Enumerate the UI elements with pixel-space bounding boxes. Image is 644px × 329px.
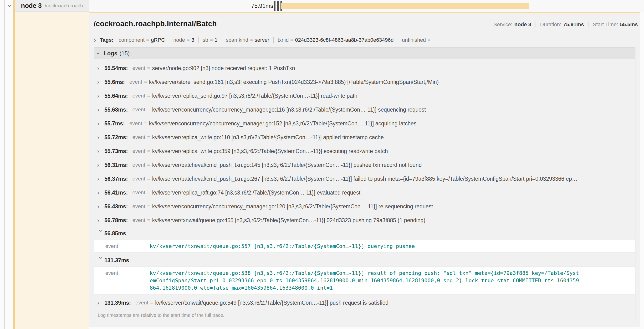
equals-sign: =	[147, 148, 150, 154]
log-row[interactable]: › 56.43ms: event = kv/kvserver/concurren…	[94, 200, 635, 213]
log-entry-expanded: › 56.85ms event kv/kvserver/txnwait/queu…	[94, 227, 635, 253]
tag-value: 024d3323-6c8f-4863-aa8b-37ab0e63496d	[295, 37, 394, 43]
logs-footer-note: Log timestamps are relative to the start…	[94, 310, 635, 322]
log-row[interactable]: › 56.41ms: event = kv/kvserver/replica_r…	[94, 186, 635, 200]
logs-count: (15)	[120, 50, 130, 57]
tag-key: unfinished	[402, 37, 426, 43]
chevron-right-icon: ›	[97, 162, 104, 168]
meta-label: Service:	[493, 22, 512, 28]
log-row[interactable]: › 55.54ms: event = server/node.go:902 [n…	[94, 61, 635, 75]
log-timestamp: 131.37ms	[104, 257, 129, 264]
span-duration-label: 75.91ms	[251, 2, 273, 9]
log-row-expanded-header[interactable]: › 131.37ms	[94, 254, 635, 266]
equals-sign: =	[144, 79, 147, 85]
tag-value: gRPC	[151, 37, 165, 43]
logs-header[interactable]: › Logs (15)	[94, 48, 636, 59]
equals-sign: =	[147, 176, 150, 182]
log-tick	[276, 1, 276, 11]
tags-row[interactable]: › Tags: component = gRPC node = 3 sb = 1…	[89, 33, 640, 47]
log-message: kv/kvserver/concurrency/concurrency_mana…	[152, 203, 633, 210]
chevron-right-icon: ›	[97, 190, 104, 196]
log-message: kv/kvserver/txnwait/queue.go:549 [n3,s3,…	[155, 300, 633, 306]
log-field-name: event	[130, 79, 142, 85]
log-rows: › 55.54ms: event = server/node.go:902 [n…	[94, 61, 635, 310]
equals-sign: =	[150, 300, 153, 306]
log-row[interactable]: › 56.78ms: event = kv/kvserver/txnwait/q…	[94, 213, 635, 227]
log-row[interactable]: › 56.31ms: event = kv/kvserver/batcheval…	[94, 158, 635, 172]
log-timestamp: 56.41ms:	[104, 190, 128, 196]
log-row[interactable]: › 55.7ms: event = kv/kvserver/concurrenc…	[94, 116, 635, 130]
trace-detail-page: › node 3 /cockroach.roach… 75.91ms /cock…	[0, 0, 644, 329]
log-field-name: event	[132, 176, 145, 182]
log-timestamp: 56.85ms	[104, 230, 126, 237]
tag-item: node = 3	[165, 37, 194, 43]
equals-sign: =	[147, 106, 150, 113]
span-title: /cockroach.roachpb.Internal/Batch	[94, 20, 217, 28]
chevron-right-icon: ›	[97, 176, 104, 182]
chevron-right-icon: ›	[97, 79, 104, 85]
log-row[interactable]: › 56.37ms: event = kv/kvserver/batcheval…	[94, 172, 635, 186]
tag-item: span.kind = server	[218, 37, 269, 43]
log-row[interactable]: › 55.72ms: event = kv/kvserver/replica_w…	[94, 130, 635, 144]
tag-item: txnid = 024d3323-6c8f-4863-aa8b-37ab0e63…	[269, 37, 394, 43]
log-row[interactable]: › 55.73ms: event = kv/kvserver/replica_w…	[94, 144, 635, 158]
log-message: server/node.go:902 [n3] node received re…	[152, 65, 633, 72]
chevron-right-icon: ›	[97, 148, 104, 154]
tags-label: Tags:	[100, 37, 114, 43]
logs-list: › 55.54ms: event = server/node.go:902 [n…	[94, 59, 636, 322]
span-operation-name: /cockroach.roach…	[45, 3, 88, 8]
tag-key: node	[173, 37, 185, 43]
log-timestamp: 55.68ms:	[104, 106, 128, 113]
log-row-expanded-header[interactable]: › 56.85ms	[94, 227, 635, 240]
equals-sign: =	[144, 120, 147, 126]
tag-value: 1	[214, 37, 217, 43]
meta-label: Start Time:	[593, 22, 618, 28]
timeline-header: 75.91ms	[89, 0, 644, 12]
chevron-right-icon: ›	[97, 218, 104, 224]
tag-value: 3	[192, 37, 194, 43]
span-name-column-highlight	[15, 12, 89, 329]
log-event-value: kv/kvserver/txnwait/queue.go:557 [n3,s3,…	[150, 242, 415, 250]
log-row[interactable]: › 131.39ms: event = kv/kvserver/txnwait/…	[94, 296, 635, 310]
equals-sign: =	[147, 162, 150, 168]
tag-key: component	[119, 37, 145, 43]
log-tick	[277, 1, 278, 11]
log-row[interactable]: › 55.64ms: event = kv/kvserver/replica_s…	[94, 89, 635, 103]
chevron-right-icon: ›	[97, 121, 104, 126]
equals-sign: =	[147, 93, 150, 99]
log-message: kv/kvserver/concurrency/concurrency_mana…	[152, 106, 633, 113]
chevron-down-icon: ›	[98, 257, 104, 264]
equals-sign: =	[428, 37, 431, 43]
equals-sign: =	[147, 65, 150, 71]
log-field-name: event	[132, 203, 145, 210]
equals-sign: =	[147, 217, 150, 224]
log-tick-end	[529, 1, 529, 11]
log-message: kv/kvserver/replica_write.go:110 [n3,s3,…	[152, 134, 633, 141]
log-message: kv/kvserver/txnwait/queue.go:455 [n3,s3,…	[152, 217, 633, 224]
equals-sign: =	[147, 203, 150, 210]
log-message: kv/kvserver/concurrency/concurrency_mana…	[149, 120, 633, 127]
log-timestamp: 56.37ms:	[104, 176, 128, 182]
chevron-right-icon: ›	[97, 134, 104, 140]
timeline-gridline	[228, 0, 228, 12]
log-event-card: event kv/kvserver/txnwait/queue.go:538 […	[94, 266, 635, 294]
log-row[interactable]: › 55.68ms: event = kv/kvserver/concurren…	[94, 103, 635, 116]
log-entry-expanded: › 131.37ms event kv/kvserver/txnwait/que…	[94, 254, 635, 294]
span-duration-bar[interactable]	[281, 3, 529, 9]
log-row[interactable]: › 55.6ms: event = kv/kvserver/store_send…	[94, 75, 635, 89]
tag-key: txnid	[278, 37, 289, 43]
chevron-down-icon: ›	[96, 52, 101, 54]
equals-sign: =	[147, 134, 150, 140]
log-field-name: event	[94, 270, 150, 292]
equals-sign: =	[290, 37, 294, 43]
span-detail-card: /cockroach.roachpb.Internal/Batch Servic…	[89, 12, 640, 327]
equals-sign: =	[250, 37, 253, 43]
span-row-name[interactable]: node 3 /cockroach.roach…	[15, 0, 89, 12]
chevron-right-icon: ›	[97, 300, 104, 306]
equals-sign: =	[147, 190, 150, 196]
tag-key: sb	[202, 37, 208, 43]
log-timestamp: 55.6ms:	[104, 79, 125, 85]
log-event-value: kv/kvserver/txnwait/queue.go:538 [n3,s3,…	[150, 270, 581, 292]
tag-item: unfinished =	[394, 37, 432, 43]
span-color-accent-bar	[13, 0, 15, 329]
